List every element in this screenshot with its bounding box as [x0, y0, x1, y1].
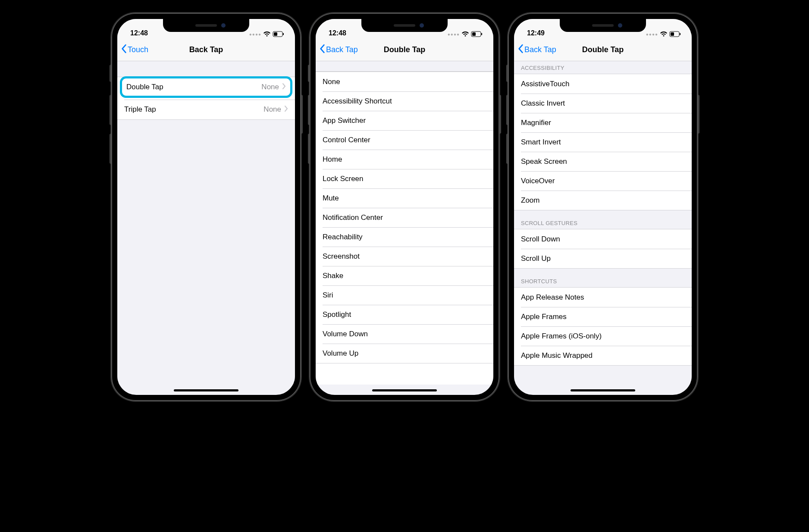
row-value: None — [263, 105, 281, 114]
option-row[interactable]: VoiceOver — [514, 171, 692, 191]
row-label: Apple Frames — [521, 313, 567, 321]
option-row[interactable]: Zoom — [514, 191, 692, 210]
row-label: Volume Down — [323, 330, 368, 338]
row-label: App Switcher — [323, 116, 366, 125]
option-row[interactable]: Mute — [316, 188, 493, 208]
wifi-icon — [461, 31, 469, 37]
row-label: Siri — [323, 291, 333, 300]
option-row[interactable]: Apple Frames (iOS-only) — [514, 326, 692, 346]
svg-rect-5 — [481, 33, 482, 35]
row-label: AssistiveTouch — [521, 80, 569, 88]
settings-content[interactable]: Double Tap None Triple Tap None — [117, 61, 295, 385]
cellular-icon: ●●●● — [249, 32, 261, 37]
row-label: Smart Invert — [521, 138, 561, 147]
option-row[interactable]: Home — [316, 150, 493, 169]
row-label: Apple Frames (iOS-only) — [521, 332, 602, 341]
back-label: Back Tap — [524, 45, 556, 54]
row-label: Control Center — [323, 136, 370, 144]
option-row[interactable]: Spotlight — [316, 305, 493, 324]
notch — [560, 19, 646, 32]
row-double-tap[interactable]: Double Tap None — [120, 76, 292, 98]
chevron-left-icon — [517, 44, 524, 56]
chevron-left-icon — [319, 44, 325, 56]
row-label: Apple Music Wrapped — [521, 351, 593, 360]
option-row[interactable]: App Switcher — [316, 111, 493, 130]
back-button[interactable]: Back Tap — [517, 44, 556, 56]
option-row[interactable]: Volume Up — [316, 344, 493, 363]
option-row[interactable]: Reachability — [316, 227, 493, 247]
option-row[interactable]: Magnifier — [514, 113, 692, 132]
option-row[interactable]: None — [316, 72, 493, 91]
section-header: ACCESSIBILITY — [514, 61, 692, 74]
home-indicator[interactable] — [372, 389, 437, 391]
row-label: VoiceOver — [521, 177, 555, 185]
option-row[interactable]: Scroll Up — [514, 249, 692, 268]
settings-content[interactable]: ACCESSIBILITYAssistiveTouchClassic Inver… — [514, 61, 692, 385]
back-label: Back Tap — [326, 45, 358, 54]
home-indicator[interactable] — [571, 389, 635, 391]
row-label: Classic Invert — [521, 99, 565, 108]
option-row[interactable]: Shake — [316, 266, 493, 285]
row-label: Zoom — [521, 196, 539, 205]
chevron-right-icon — [282, 83, 286, 91]
cellular-icon: ●●●● — [448, 32, 460, 37]
row-label: Home — [323, 155, 342, 164]
wifi-icon — [263, 31, 271, 37]
phone-frame: 12:48 ●●●● Back Tap Double Tap — [310, 13, 499, 401]
option-row[interactable]: Smart Invert — [514, 132, 692, 152]
row-label: Volume Up — [323, 349, 358, 358]
svg-rect-2 — [283, 33, 284, 35]
nav-bar: Touch Back Tap — [117, 39, 295, 61]
screen: 12:49 ●●●● Back Tap Double Tap ACCESSIBI… — [514, 19, 692, 395]
row-label: Speak Screen — [521, 157, 567, 166]
row-label: Notification Center — [323, 213, 383, 222]
phone-frame: 12:49 ●●●● Back Tap Double Tap ACCESSIBI… — [508, 13, 698, 401]
nav-bar: Back Tap Double Tap — [316, 39, 493, 61]
row-label: Spotlight — [323, 310, 351, 319]
option-row[interactable]: Accessibility Shortcut — [316, 91, 493, 111]
option-row[interactable]: Scroll Down — [514, 229, 692, 249]
battery-icon — [273, 31, 285, 37]
row-label: Magnifier — [521, 119, 551, 127]
svg-rect-4 — [472, 32, 476, 36]
row-label: Scroll Down — [521, 235, 560, 244]
row-label: Mute — [323, 194, 339, 203]
option-row[interactable]: Notification Center — [316, 208, 493, 227]
svg-rect-7 — [671, 32, 674, 36]
option-row[interactable]: Volume Down — [316, 324, 493, 344]
chevron-right-icon — [285, 106, 288, 113]
option-row[interactable]: Lock Screen — [316, 169, 493, 188]
phone-frame: 12:48 ●●●● Touch Back Tap — [111, 13, 301, 401]
row-label: App Release Notes — [521, 293, 584, 302]
option-row[interactable]: Classic Invert — [514, 94, 692, 113]
back-button[interactable]: Touch — [121, 44, 148, 56]
back-button[interactable]: Back Tap — [319, 44, 358, 56]
option-row[interactable]: AssistiveTouch — [514, 74, 692, 94]
home-indicator[interactable] — [174, 389, 238, 391]
row-label: Triple Tap — [124, 105, 156, 114]
option-row[interactable]: App Release Notes — [514, 288, 692, 307]
option-row[interactable]: Apple Frames — [514, 307, 692, 326]
chevron-left-icon — [121, 44, 127, 56]
section-header: SCROLL GESTURES — [514, 210, 692, 229]
cellular-icon: ●●●● — [646, 32, 658, 37]
row-label: Reachability — [323, 233, 363, 241]
nav-bar: Back Tap Double Tap — [514, 39, 692, 61]
row-label: None — [323, 78, 340, 86]
status-time: 12:48 — [329, 29, 346, 37]
battery-icon — [669, 31, 681, 37]
status-time: 12:48 — [130, 29, 148, 37]
option-row[interactable]: Speak Screen — [514, 152, 692, 171]
back-label: Touch — [128, 45, 148, 54]
option-row[interactable]: Apple Music Wrapped — [514, 346, 692, 365]
battery-icon — [471, 31, 483, 37]
settings-content[interactable]: NoneAccessibility ShortcutApp SwitcherCo… — [316, 61, 493, 385]
row-triple-tap[interactable]: Triple Tap None — [117, 100, 295, 119]
row-label: Accessibility Shortcut — [323, 97, 392, 106]
notch — [361, 19, 448, 32]
svg-rect-8 — [680, 33, 680, 35]
option-row[interactable]: Screenshot — [316, 247, 493, 266]
option-row[interactable]: Siri — [316, 285, 493, 305]
option-row[interactable]: Control Center — [316, 130, 493, 150]
wifi-icon — [660, 31, 668, 37]
